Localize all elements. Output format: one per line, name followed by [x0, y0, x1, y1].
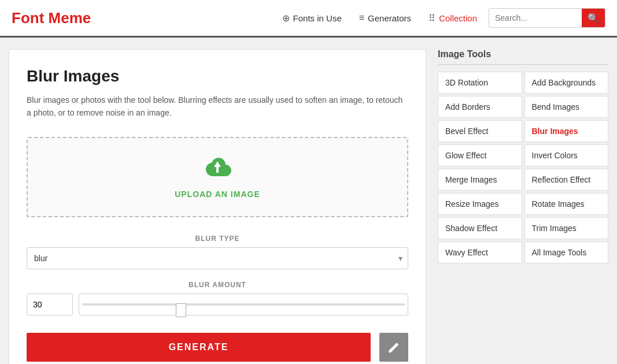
search-box: 🔍 — [489, 8, 605, 28]
blur-amount-label: BLUR AMOUNT — [27, 281, 408, 289]
sidebar-item-add-borders[interactable]: Add Borders — [438, 96, 522, 118]
logo[interactable]: Font Meme — [12, 9, 91, 27]
edit-button[interactable] — [379, 333, 408, 362]
sidebar-item-blur-images[interactable]: Blur Images — [524, 120, 609, 142]
search-input[interactable] — [489, 13, 582, 23]
generate-button[interactable]: GENERATE — [27, 333, 371, 362]
sidebar-item-reflection-effect[interactable]: Reflection Effect — [524, 169, 609, 191]
sidebar-item-trim-images[interactable]: Trim Images — [524, 217, 609, 239]
page-title: Blur Images — [27, 67, 408, 86]
main-nav: ⊕ Fonts in Use ≡ Generators ⠿ Collection — [282, 13, 477, 24]
nav-collection[interactable]: ⠿ Collection — [428, 13, 477, 24]
header: Font Meme ⊕ Fonts in Use ≡ Generators ⠿ … — [0, 0, 617, 38]
list-icon: ≡ — [359, 13, 364, 23]
main-layout: Blur Images Blur images or photos with t… — [0, 38, 617, 364]
action-row: GENERATE — [27, 333, 408, 362]
sidebar-item-merge-images[interactable]: Merge Images — [438, 169, 522, 191]
search-button[interactable]: 🔍 — [582, 8, 605, 28]
sidebar-item-bend-images[interactable]: Bend Images — [524, 96, 609, 118]
pencil-icon — [387, 341, 400, 354]
sidebar-item-wavy-effect[interactable]: Wavy Effect — [438, 242, 522, 263]
grid-icon: ⠿ — [428, 13, 435, 24]
blur-amount-control: BLUR AMOUNT — [27, 281, 408, 315]
blur-amount-input[interactable] — [27, 294, 73, 315]
blur-type-control: BLUR TYPE blur gaussian motion radial ▾ — [27, 235, 408, 269]
nav-generators[interactable]: ≡ Generators — [359, 13, 411, 23]
upload-area[interactable]: UPLOAD AN IMAGE — [27, 137, 408, 217]
right-panel: Image Tools 3D RotationAdd BackgroundsAd… — [438, 49, 608, 364]
blur-amount-slider[interactable] — [79, 294, 408, 315]
sidebar-item-glow-effect[interactable]: Glow Effect — [438, 144, 522, 166]
sidebar-item-add-backgrounds[interactable]: Add Backgrounds — [524, 72, 609, 94]
sidebar-item-rotate-images[interactable]: Rotate Images — [524, 193, 609, 215]
nav-fonts-in-use[interactable]: ⊕ Fonts in Use — [282, 13, 342, 24]
tools-grid: 3D RotationAdd BackgroundsAdd BordersBen… — [438, 72, 608, 263]
blur-type-label: BLUR TYPE — [27, 235, 408, 243]
upload-icon — [204, 155, 231, 184]
nav-collection-label: Collection — [439, 13, 477, 23]
nav-generators-label: Generators — [368, 13, 411, 23]
slider-row — [27, 294, 408, 315]
page-description: Blur images or photos with the tool belo… — [27, 94, 408, 120]
upload-label: UPLOAD AN IMAGE — [175, 190, 260, 199]
nav-fonts-in-use-label: Fonts in Use — [293, 13, 342, 23]
sidebar-title: Image Tools — [438, 49, 608, 65]
sidebar-item-bevel-effect[interactable]: Bevel Effect — [438, 120, 522, 142]
sidebar-item-shadow-effect[interactable]: Shadow Effect — [438, 217, 522, 239]
left-panel: Blur Images Blur images or photos with t… — [9, 49, 426, 364]
blur-type-wrapper: blur gaussian motion radial ▾ — [27, 247, 408, 269]
target-icon: ⊕ — [282, 13, 290, 24]
blur-type-select[interactable]: blur gaussian motion radial — [27, 247, 408, 269]
sidebar-item-all-image-tools[interactable]: All Image Tools — [524, 242, 609, 263]
sidebar-item-resize-images[interactable]: Resize Images — [438, 193, 522, 215]
sidebar-item-3d-rotation[interactable]: 3D Rotation — [438, 72, 522, 94]
sidebar-item-invert-colors[interactable]: Invert Colors — [524, 144, 609, 166]
